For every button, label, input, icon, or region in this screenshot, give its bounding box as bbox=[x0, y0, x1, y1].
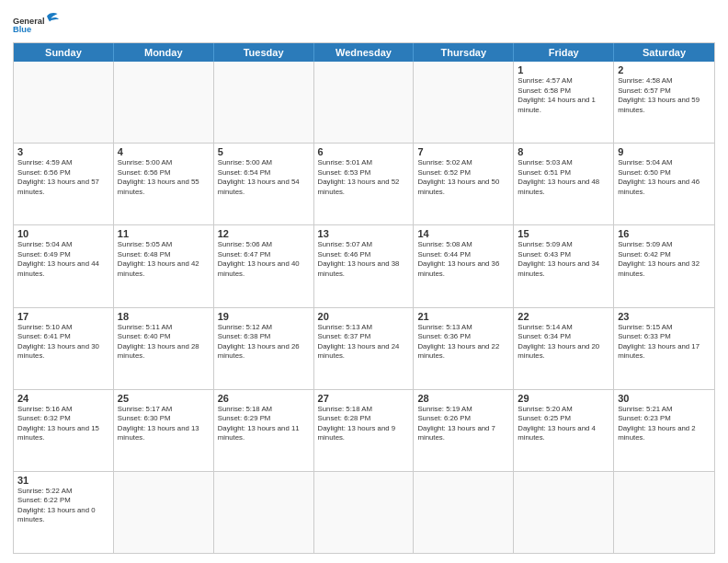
day-cell-14: 14Sunrise: 5:08 AM Sunset: 6:44 PM Dayli… bbox=[414, 225, 514, 306]
empty-cell bbox=[414, 62, 514, 143]
day-cell-4: 4Sunrise: 5:00 AM Sunset: 6:56 PM Daylig… bbox=[114, 144, 214, 224]
day-info: Sunrise: 4:58 AM Sunset: 6:57 PM Dayligh… bbox=[618, 76, 711, 115]
day-cell-13: 13Sunrise: 5:07 AM Sunset: 6:46 PM Dayli… bbox=[314, 225, 415, 306]
day-info: Sunrise: 5:10 AM Sunset: 6:41 PM Dayligh… bbox=[17, 323, 109, 362]
header-day-sunday: Sunday bbox=[14, 43, 114, 62]
day-cell-21: 21Sunrise: 5:13 AM Sunset: 6:36 PM Dayli… bbox=[414, 308, 514, 389]
day-info: Sunrise: 5:18 AM Sunset: 6:28 PM Dayligh… bbox=[318, 405, 410, 443]
day-cell-22: 22Sunrise: 5:14 AM Sunset: 6:34 PM Dayli… bbox=[514, 308, 614, 389]
empty-cell bbox=[114, 62, 214, 143]
day-cell-26: 26Sunrise: 5:18 AM Sunset: 6:29 PM Dayli… bbox=[214, 390, 314, 471]
calendar-row-0: 1Sunrise: 4:57 AM Sunset: 6:58 PM Daylig… bbox=[14, 62, 714, 143]
day-number: 25 bbox=[118, 393, 210, 404]
day-number: 2 bbox=[618, 64, 711, 75]
calendar-row-4: 24Sunrise: 5:16 AM Sunset: 6:32 PM Dayli… bbox=[14, 389, 714, 471]
calendar-row-5: 31Sunrise: 5:22 AM Sunset: 6:22 PM Dayli… bbox=[14, 471, 714, 553]
day-number: 18 bbox=[118, 311, 210, 322]
day-cell-15: 15Sunrise: 5:09 AM Sunset: 6:43 PM Dayli… bbox=[514, 225, 614, 306]
day-info: Sunrise: 5:22 AM Sunset: 6:22 PM Dayligh… bbox=[17, 487, 109, 525]
day-number: 14 bbox=[417, 228, 509, 239]
day-number: 27 bbox=[318, 393, 410, 404]
logo: General Blue bbox=[13, 9, 59, 37]
day-cell-27: 27Sunrise: 5:18 AM Sunset: 6:28 PM Dayli… bbox=[314, 390, 415, 471]
day-number: 26 bbox=[218, 393, 310, 404]
calendar-header: SundayMondayTuesdayWednesdayThursdayFrid… bbox=[14, 43, 714, 62]
svg-text:General: General bbox=[13, 17, 45, 26]
day-cell-12: 12Sunrise: 5:06 AM Sunset: 6:47 PM Dayli… bbox=[214, 225, 314, 306]
day-number: 6 bbox=[318, 146, 410, 157]
day-info: Sunrise: 4:57 AM Sunset: 6:58 PM Dayligh… bbox=[518, 76, 609, 115]
day-number: 28 bbox=[417, 393, 509, 404]
empty-cell bbox=[114, 472, 214, 553]
empty-cell bbox=[414, 472, 514, 553]
day-cell-19: 19Sunrise: 5:12 AM Sunset: 6:38 PM Dayli… bbox=[214, 308, 314, 389]
day-info: Sunrise: 5:06 AM Sunset: 6:47 PM Dayligh… bbox=[218, 240, 310, 279]
day-number: 31 bbox=[17, 475, 109, 486]
day-cell-24: 24Sunrise: 5:16 AM Sunset: 6:32 PM Dayli… bbox=[14, 390, 114, 471]
day-info: Sunrise: 5:17 AM Sunset: 6:30 PM Dayligh… bbox=[118, 405, 210, 443]
day-number: 22 bbox=[518, 311, 609, 322]
day-cell-7: 7Sunrise: 5:02 AM Sunset: 6:52 PM Daylig… bbox=[414, 144, 514, 224]
calendar-body: 1Sunrise: 4:57 AM Sunset: 6:58 PM Daylig… bbox=[14, 62, 714, 553]
day-info: Sunrise: 5:04 AM Sunset: 6:49 PM Dayligh… bbox=[17, 240, 109, 279]
day-info: Sunrise: 5:08 AM Sunset: 6:44 PM Dayligh… bbox=[417, 240, 509, 279]
day-info: Sunrise: 5:07 AM Sunset: 6:46 PM Dayligh… bbox=[318, 240, 410, 279]
day-number: 5 bbox=[218, 146, 310, 157]
page: General Blue SundayMondayTuesdayWednesda… bbox=[0, 0, 728, 563]
calendar-row-1: 3Sunrise: 4:59 AM Sunset: 6:56 PM Daylig… bbox=[14, 143, 714, 224]
day-cell-25: 25Sunrise: 5:17 AM Sunset: 6:30 PM Dayli… bbox=[114, 390, 214, 471]
empty-cell bbox=[214, 62, 314, 143]
day-info: Sunrise: 5:12 AM Sunset: 6:38 PM Dayligh… bbox=[218, 323, 310, 362]
day-info: Sunrise: 5:13 AM Sunset: 6:37 PM Dayligh… bbox=[318, 323, 410, 362]
day-number: 13 bbox=[318, 228, 410, 239]
day-number: 23 bbox=[618, 311, 711, 322]
day-info: Sunrise: 5:00 AM Sunset: 6:56 PM Dayligh… bbox=[118, 158, 210, 197]
header-day-wednesday: Wednesday bbox=[314, 43, 415, 62]
day-info: Sunrise: 5:18 AM Sunset: 6:29 PM Dayligh… bbox=[218, 405, 310, 443]
day-number: 9 bbox=[618, 146, 711, 157]
day-number: 10 bbox=[17, 228, 109, 239]
day-info: Sunrise: 5:15 AM Sunset: 6:33 PM Dayligh… bbox=[618, 323, 711, 362]
day-info: Sunrise: 5:09 AM Sunset: 6:42 PM Dayligh… bbox=[618, 240, 711, 279]
day-cell-28: 28Sunrise: 5:19 AM Sunset: 6:26 PM Dayli… bbox=[414, 390, 514, 471]
day-number: 24 bbox=[17, 393, 109, 404]
header-day-saturday: Saturday bbox=[614, 43, 714, 62]
day-info: Sunrise: 4:59 AM Sunset: 6:56 PM Dayligh… bbox=[17, 158, 109, 197]
day-info: Sunrise: 5:14 AM Sunset: 6:34 PM Dayligh… bbox=[518, 323, 609, 362]
header: General Blue bbox=[13, 9, 715, 37]
day-cell-8: 8Sunrise: 5:03 AM Sunset: 6:51 PM Daylig… bbox=[514, 144, 614, 224]
day-info: Sunrise: 5:20 AM Sunset: 6:25 PM Dayligh… bbox=[518, 405, 609, 443]
logo-icon: General Blue bbox=[13, 9, 59, 37]
day-cell-11: 11Sunrise: 5:05 AM Sunset: 6:48 PM Dayli… bbox=[114, 225, 214, 306]
day-cell-18: 18Sunrise: 5:11 AM Sunset: 6:40 PM Dayli… bbox=[114, 308, 214, 389]
day-number: 8 bbox=[518, 146, 609, 157]
day-cell-16: 16Sunrise: 5:09 AM Sunset: 6:42 PM Dayli… bbox=[614, 225, 714, 306]
day-number: 11 bbox=[118, 228, 210, 239]
day-cell-17: 17Sunrise: 5:10 AM Sunset: 6:41 PM Dayli… bbox=[14, 308, 114, 389]
empty-cell bbox=[314, 472, 415, 553]
header-day-tuesday: Tuesday bbox=[214, 43, 314, 62]
calendar-row-2: 10Sunrise: 5:04 AM Sunset: 6:49 PM Dayli… bbox=[14, 224, 714, 306]
day-number: 3 bbox=[17, 146, 109, 157]
empty-cell bbox=[214, 472, 314, 553]
day-info: Sunrise: 5:02 AM Sunset: 6:52 PM Dayligh… bbox=[417, 158, 509, 197]
day-number: 17 bbox=[17, 311, 109, 322]
day-cell-30: 30Sunrise: 5:21 AM Sunset: 6:23 PM Dayli… bbox=[614, 390, 714, 471]
day-info: Sunrise: 5:13 AM Sunset: 6:36 PM Dayligh… bbox=[417, 323, 509, 362]
day-number: 15 bbox=[518, 228, 609, 239]
day-cell-20: 20Sunrise: 5:13 AM Sunset: 6:37 PM Dayli… bbox=[314, 308, 415, 389]
day-cell-23: 23Sunrise: 5:15 AM Sunset: 6:33 PM Dayli… bbox=[614, 308, 714, 389]
day-cell-31: 31Sunrise: 5:22 AM Sunset: 6:22 PM Dayli… bbox=[14, 472, 114, 553]
empty-cell bbox=[514, 472, 614, 553]
day-info: Sunrise: 5:19 AM Sunset: 6:26 PM Dayligh… bbox=[417, 405, 509, 443]
header-day-thursday: Thursday bbox=[414, 43, 514, 62]
day-info: Sunrise: 5:00 AM Sunset: 6:54 PM Dayligh… bbox=[218, 158, 310, 197]
day-number: 19 bbox=[218, 311, 310, 322]
day-cell-2: 2Sunrise: 4:58 AM Sunset: 6:57 PM Daylig… bbox=[614, 62, 714, 143]
empty-cell bbox=[614, 472, 714, 553]
day-info: Sunrise: 5:03 AM Sunset: 6:51 PM Dayligh… bbox=[518, 158, 609, 197]
day-number: 16 bbox=[618, 228, 711, 239]
day-cell-1: 1Sunrise: 4:57 AM Sunset: 6:58 PM Daylig… bbox=[514, 62, 614, 143]
svg-text:Blue: Blue bbox=[13, 25, 31, 34]
day-number: 20 bbox=[318, 311, 410, 322]
